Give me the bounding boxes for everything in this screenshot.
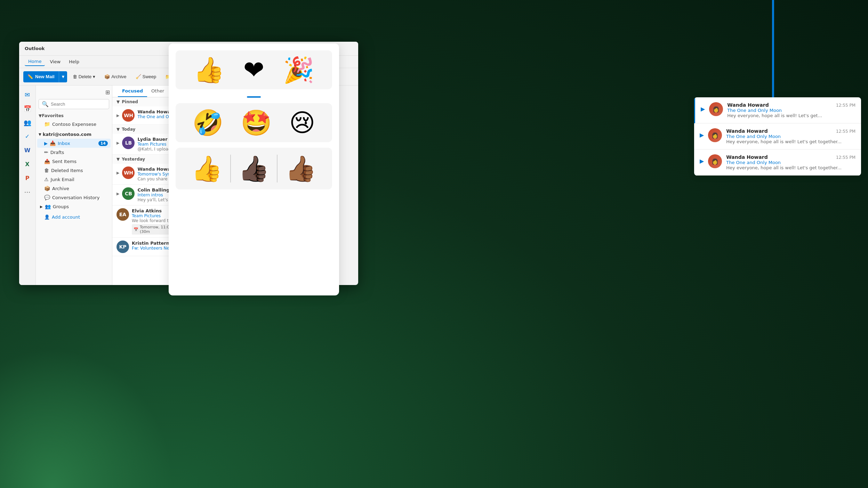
contoso-folder[interactable]: 📁 Contoso Expensese: [37, 120, 111, 129]
conv-item-1[interactable]: ▶ 👩 Wanda Howard 12:55 PM The One and On…: [694, 97, 861, 123]
groups-icon: 👥: [45, 204, 51, 209]
archive-label: Archive: [52, 186, 69, 191]
emoji-laughcry[interactable]: 🤣: [192, 110, 224, 135]
add-account-button[interactable]: 👤 Add account: [37, 212, 111, 222]
search-input[interactable]: [51, 101, 106, 107]
avatar-wanda-sync: WH: [122, 166, 135, 179]
expand-arrow-3: ▶: [116, 171, 119, 181]
menu-help[interactable]: Help: [65, 58, 83, 66]
add-account-icon: 👤: [44, 214, 50, 220]
conv-sender-1: Wanda Howard: [727, 102, 769, 108]
inbox-icon: 📥: [50, 140, 56, 146]
conv-content-2: Wanda Howard 12:55 PM The One and Only M…: [726, 128, 855, 144]
sweep-button[interactable]: 🧹 Sweep: [132, 71, 160, 82]
pinned-chevron: ▼: [116, 99, 120, 104]
deleted-folder[interactable]: 🗑 Deleted Items: [37, 166, 111, 175]
deleted-label: Deleted Items: [51, 168, 83, 173]
contoso-label: Contoso Expensese: [52, 122, 96, 127]
sweep-icon: 🧹: [136, 74, 141, 79]
nav-powerpoint[interactable]: P: [21, 172, 34, 184]
conv-time-3: 12:55 PM: [836, 155, 855, 160]
sweep-label: Sweep: [143, 74, 156, 79]
archive-folder-icon: 📦: [44, 186, 50, 191]
nav-calendar[interactable]: 📅: [21, 102, 34, 115]
tab-other[interactable]: Other: [147, 86, 168, 97]
drafts-icon: ✏️: [44, 149, 48, 155]
avatar-colin: CB: [122, 187, 135, 200]
delete-button[interactable]: 🗑 Delete ▾: [69, 71, 99, 82]
conv-sender-2: Wanda Howard: [726, 128, 767, 134]
nav-mail[interactable]: ✉️: [21, 88, 34, 101]
favorites-header[interactable]: ▼ Favorites: [36, 112, 112, 120]
nav-icons: ✉️ 📅 👥 ✓ W X P ⋯: [19, 86, 36, 285]
yesterday-label: Yesterday: [122, 157, 145, 162]
conv-expand-3: ▶: [700, 158, 704, 164]
new-mail-dropdown[interactable]: ▾: [59, 71, 67, 82]
favorites-chevron: ▼: [39, 113, 42, 118]
emoji-stareyes[interactable]: 🤩: [241, 110, 272, 135]
emoji-heart[interactable]: ❤️: [243, 57, 264, 82]
conv-item-2[interactable]: ▶ 👩 Wanda Howard 12:55 PM The One and On…: [694, 123, 861, 149]
conv-content-1: Wanda Howard 12:55 PM The One and Only M…: [727, 102, 855, 118]
emoji-thumbsup-darker[interactable]: 👍🏾: [285, 156, 316, 181]
delete-dropdown-icon: ▾: [93, 74, 95, 79]
emoji-thumbsup-yellow[interactable]: 👍: [191, 156, 223, 181]
conv-sender-3: Wanda Howard: [726, 154, 767, 160]
conv-history-folder[interactable]: 💬 Conversation History: [37, 193, 111, 202]
groups-expand: ▶: [40, 205, 43, 209]
nav-excel[interactable]: X: [21, 158, 34, 170]
search-icon: 🔍: [42, 101, 49, 107]
expand-arrow: ▶: [116, 113, 119, 122]
conv-content-3: Wanda Howard 12:55 PM The One and Only M…: [726, 154, 855, 170]
nav-word[interactable]: W: [21, 144, 34, 156]
emoji-party[interactable]: 🎉: [283, 57, 314, 82]
yesterday-chevron: ▼: [116, 157, 120, 162]
archive-button[interactable]: 📦 Archive: [101, 71, 130, 82]
nav-more[interactable]: ⋯: [21, 186, 34, 198]
sent-folder[interactable]: 📤 Sent Items: [37, 157, 111, 166]
collapse-sidebar-button[interactable]: ⊞: [105, 89, 110, 96]
new-mail-main[interactable]: ✏️ New Mail: [23, 74, 59, 79]
conv-subject-3: The One and Only Moon: [726, 160, 855, 165]
add-account-label: Add account: [52, 214, 80, 220]
conv-preview-1: Hey everyone, hope all is well! Let's ge…: [727, 113, 855, 118]
bg-wave: [0, 349, 174, 488]
conv-history-label: Conversation History: [52, 195, 99, 200]
conv-expand-1: ▶: [701, 106, 705, 112]
nav-tasks[interactable]: ✓: [21, 130, 34, 143]
sent-icon: 📤: [44, 158, 50, 164]
avatar-lydia: LB: [122, 137, 135, 149]
new-mail-label: New Mail: [35, 74, 55, 79]
archive-icon: 📦: [104, 74, 110, 79]
account-chevron: ▼: [39, 132, 41, 136]
account-header[interactable]: ▼ katri@contoso.com: [36, 130, 112, 139]
junk-folder[interactable]: ⚠️ Junk Email: [37, 175, 111, 184]
menu-home[interactable]: Home: [25, 57, 45, 66]
tab-focused[interactable]: Focused: [118, 86, 147, 97]
app-title: Outlook: [25, 46, 45, 51]
new-mail-button[interactable]: ✏️ New Mail ▾: [23, 71, 67, 82]
drafts-folder[interactable]: ✏️ Drafts: [37, 148, 111, 157]
inbox-folder[interactable]: ▶ 📥 Inbox 14: [37, 139, 111, 148]
groups-folder[interactable]: ▶ 👥 Groups: [37, 202, 111, 211]
compose-icon: ✏️: [27, 74, 33, 79]
emoji-thumbsup[interactable]: 👍: [193, 57, 225, 82]
avatar-wanda-pinned: WH: [122, 109, 135, 122]
menu-view[interactable]: View: [46, 58, 64, 66]
sent-label: Sent Items: [52, 159, 77, 164]
search-bar[interactable]: 🔍: [39, 99, 109, 109]
calendar-mini-icon: 📅: [134, 227, 138, 232]
delete-label: Delete: [79, 74, 92, 79]
emoji-thumbsup-dark[interactable]: 👍🏿: [238, 156, 270, 181]
groups-label: Groups: [53, 204, 69, 209]
inbox-label: Inbox: [58, 141, 70, 146]
archive-folder[interactable]: 📦 Archive: [37, 184, 111, 193]
favorites-section: ▼ Favorites 📁 Contoso Expensese: [36, 112, 112, 129]
drafts-label: Drafts: [50, 150, 64, 155]
conv-avatar-2: 👩: [708, 128, 722, 142]
sidebar: ⊞ 🔍 ▼ Favorites 📁 Contoso Expensese: [36, 86, 112, 285]
conv-item-3[interactable]: ▶ 👩 Wanda Howard 12:55 PM The One and On…: [694, 149, 861, 176]
emoji-indicator-1: [176, 96, 332, 98]
emoji-crying[interactable]: 😢: [289, 110, 315, 135]
nav-people[interactable]: 👥: [21, 116, 34, 129]
